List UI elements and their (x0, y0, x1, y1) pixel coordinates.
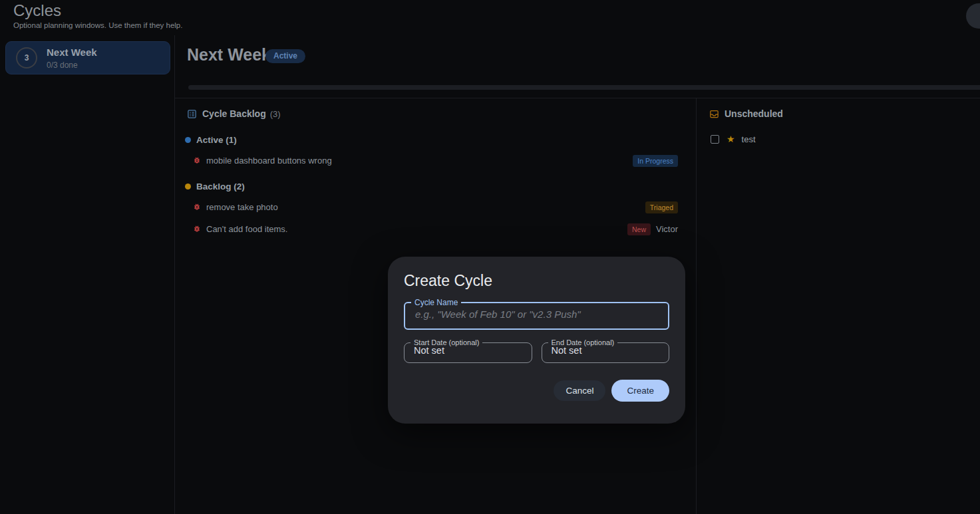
group-backlog: Backlog (2) (185, 182, 245, 192)
cycle-name-field: Cycle Name (404, 298, 669, 330)
avatar[interactable] (966, 3, 980, 29)
cycle-title: Next Week (187, 45, 271, 64)
page-title: Cycles (13, 1, 61, 20)
create-cycle-modal: Create Cycle Cycle Name Start Date (opti… (388, 257, 685, 424)
unscheduled-item[interactable]: ★ test (711, 134, 756, 144)
task-title: mobile dashboard buttons wrong (206, 156, 332, 166)
unscheduled-section-title: Unscheduled (725, 108, 783, 119)
list-icon (187, 109, 197, 119)
unscheduled-section-header: Unscheduled (709, 108, 783, 119)
cycle-name: Next Week (47, 47, 97, 58)
modal-title: Create Cycle (404, 272, 669, 290)
right-panel-divider (696, 98, 697, 514)
backlog-section-count: (3) (270, 109, 281, 119)
status-badge: Active (265, 49, 305, 63)
backlog-section-header: Cycle Backlog (3) (187, 108, 281, 119)
unscheduled-item-title: test (742, 134, 756, 144)
task-row[interactable]: Can't add food items. New Victor (187, 223, 678, 235)
task-title: Can't add food items. (206, 224, 287, 234)
cycle-count-badge: 3 (16, 47, 37, 68)
status-chip: In Progress (633, 155, 678, 167)
group-dot-backlog (185, 184, 191, 190)
cycle-name-input[interactable] (405, 303, 668, 324)
status-chip: Triaged (645, 201, 678, 213)
task-row[interactable]: mobile dashboard buttons wrong In Progre… (187, 155, 678, 166)
task-title: remove take photo (206, 202, 278, 212)
bug-icon (193, 201, 201, 213)
cancel-button[interactable]: Cancel (554, 380, 605, 401)
create-button[interactable]: Create (611, 380, 669, 402)
start-date-field[interactable]: Start Date (optional) Not set (404, 338, 532, 363)
group-dot-active (185, 137, 191, 143)
bug-icon (193, 155, 201, 167)
item-checkbox[interactable] (711, 135, 719, 144)
group-backlog-label: Backlog (2) (196, 182, 245, 192)
status-chip: New (627, 223, 651, 235)
assignee-label: Victor (656, 224, 678, 234)
backlog-section-title: Cycle Backlog (202, 108, 266, 119)
inbox-icon (709, 109, 719, 119)
sidebar-item-next-week[interactable]: 3 Next Week 0/3 done (5, 41, 170, 74)
group-active-label: Active (1) (196, 135, 237, 145)
start-date-value: Not set (414, 345, 532, 356)
group-active: Active (1) (185, 135, 237, 145)
end-date-value: Not set (552, 345, 669, 356)
cycle-progress-bar (188, 85, 980, 90)
sidebar-divider (174, 35, 175, 514)
end-date-field[interactable]: End Date (optional) Not set (542, 338, 670, 363)
header-divider (174, 98, 980, 98)
app-root: Cycles Optional planning windows. Use th… (0, 0, 980, 514)
bug-icon (193, 223, 201, 235)
task-row[interactable]: remove take photo Triaged (187, 201, 678, 213)
cycle-progress-text: 0/3 done (47, 61, 97, 70)
star-icon[interactable]: ★ (727, 135, 735, 144)
page-subtitle: Optional planning windows. Use them if t… (13, 21, 182, 29)
